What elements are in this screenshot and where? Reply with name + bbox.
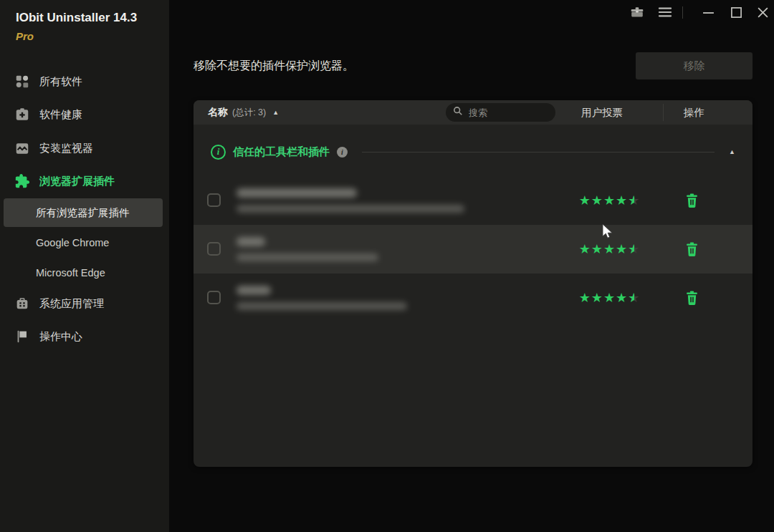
table-header: 名称 (总计: 3) ▲ 用户投票 操作 — [194, 100, 752, 125]
star-rating: ★★★★★★ — [572, 176, 646, 225]
sidebar-item-label: 操作中心 — [39, 330, 82, 344]
sidebar-item-google-chrome[interactable]: Google Chrome — [0, 228, 169, 257]
sidebar-item-software-health[interactable]: 软件健康 — [0, 99, 169, 130]
sidebar-item-label: 所有浏览器扩展插件 — [36, 206, 130, 220]
column-separator — [663, 104, 664, 121]
app-title: IObit Uninstaller 14.3 — [16, 11, 137, 25]
maximize-icon[interactable] — [727, 3, 745, 21]
search-icon — [453, 106, 463, 119]
star-rating: ★★★★★★ — [572, 274, 646, 322]
redacted-extension-name — [236, 188, 357, 198]
titlebar-separator — [682, 6, 683, 19]
sidebar-item-label: 系统应用管理 — [39, 297, 104, 311]
remove-button[interactable]: 移除 — [636, 52, 752, 79]
extensions-panel: 名称 (总计: 3) ▲ 用户投票 操作 i 信任的工具栏和插件 i ▲ — [194, 100, 752, 467]
flag-icon — [14, 329, 30, 344]
name-column-label: 名称 — [208, 106, 228, 119]
redacted-extension-name — [236, 286, 271, 295]
trash-icon[interactable] — [682, 289, 701, 307]
votes-column-label: 用户投票 — [573, 100, 631, 125]
extension-row[interactable]: ★★★★★★ — [194, 274, 752, 322]
trash-icon[interactable] — [682, 191, 701, 210]
sort-asc-icon: ▲ — [272, 109, 279, 116]
redacted-extension-name — [236, 237, 265, 246]
search-box[interactable] — [446, 103, 555, 122]
apps-grid-icon — [14, 74, 30, 90]
row-checkbox[interactable] — [207, 291, 221, 304]
redacted-extension-detail — [236, 253, 378, 261]
sidebar-item-microsoft-edge[interactable]: Microsoft Edge — [0, 258, 169, 287]
info-icon[interactable]: i — [337, 147, 348, 158]
sidebar-item-browser-extensions[interactable]: 浏览器扩展插件 — [0, 165, 169, 197]
redacted-extension-detail — [236, 302, 407, 310]
search-input[interactable] — [467, 107, 545, 119]
extension-row[interactable]: ★★★★★★ — [194, 176, 752, 225]
sidebar-item-label: 浏览器扩展插件 — [39, 175, 115, 188]
pro-badge: Pro — [16, 30, 34, 42]
software-health-icon — [14, 107, 30, 122]
sidebar-item-label: 所有软件 — [39, 75, 82, 89]
total-count-label: (总计: 3) — [232, 107, 266, 119]
gift-box-icon[interactable] — [628, 3, 646, 21]
trusted-circle-icon: i — [211, 145, 226, 160]
minimize-icon[interactable] — [699, 3, 717, 21]
page-description: 移除不想要的插件保护浏览器。 — [194, 59, 354, 74]
sidebar-item-label: Microsoft Edge — [36, 267, 105, 279]
sidebar-item-install-monitor[interactable]: 安装监视器 — [0, 132, 169, 164]
group-divider-line — [362, 152, 715, 153]
hamburger-menu-icon[interactable] — [656, 3, 674, 21]
sidebar: IObit Uninstaller 14.3 Pro 所有软件 软件健康 安装监… — [0, 0, 169, 532]
install-monitor-icon — [14, 140, 30, 156]
sidebar-item-system-apps[interactable]: 系统应用管理 — [0, 288, 169, 319]
trash-icon[interactable] — [682, 240, 701, 258]
puzzle-icon — [14, 173, 30, 189]
sidebar-item-all-browser-extensions[interactable]: 所有浏览器扩展插件 — [4, 198, 163, 227]
row-checkbox[interactable] — [207, 193, 221, 207]
app-manager-icon — [14, 296, 30, 311]
row-checkbox[interactable] — [207, 242, 221, 256]
close-icon[interactable] — [753, 3, 772, 21]
star-rating: ★★★★★★ — [572, 225, 646, 274]
group-title: 信任的工具栏和插件 — [233, 145, 330, 159]
name-column-sort[interactable]: 名称 (总计: 3) ▲ — [208, 100, 279, 125]
sidebar-item-action-center[interactable]: 操作中心 — [0, 321, 169, 352]
app-window: IObit Uninstaller 14.3 Pro 所有软件 软件健康 安装监… — [0, 0, 774, 532]
redacted-extension-detail — [236, 205, 464, 213]
collapse-group-icon[interactable]: ▲ — [729, 148, 735, 155]
trusted-group-header: i 信任的工具栏和插件 i ▲ — [194, 137, 752, 166]
extension-row[interactable]: ★★★★★★ — [194, 225, 752, 274]
sidebar-item-all-programs[interactable]: 所有软件 — [0, 66, 169, 97]
sidebar-item-label: 安装监视器 — [39, 142, 93, 155]
sidebar-item-label: Google Chrome — [36, 237, 109, 248]
sidebar-item-label: 软件健康 — [39, 108, 82, 122]
actions-column-label: 操作 — [665, 100, 722, 125]
